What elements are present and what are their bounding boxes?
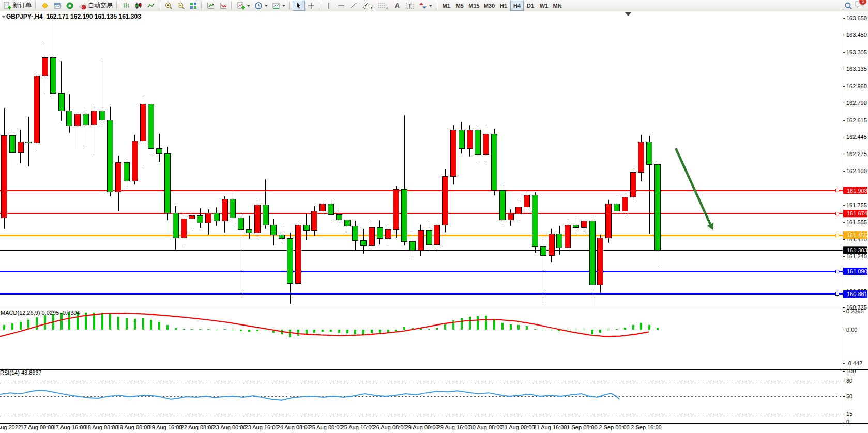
- period-selector-button[interactable]: [252, 1, 270, 11]
- price-tick-label: 162.275: [846, 151, 867, 157]
- macd-histogram-bar: [265, 330, 267, 330]
- time-axis-label: 22 Aug 08:00: [181, 424, 215, 430]
- auto-trading-button[interactable]: 自动交易: [76, 1, 115, 11]
- candle-body: [254, 205, 260, 233]
- support-line-1-handle[interactable]: [835, 270, 839, 273]
- navigator-button[interactable]: [64, 1, 76, 11]
- data-window-button[interactable]: [51, 1, 64, 11]
- candle-body: [124, 163, 130, 181]
- candle-body: [614, 204, 620, 211]
- fibonacci-tool-label: F: [386, 6, 389, 10]
- timeframe-button-M1[interactable]: M1: [439, 1, 453, 11]
- chart-profile-button[interactable]: [270, 1, 287, 11]
- macd-histogram-bar: [183, 329, 185, 330]
- time-axis-label: 26 Aug 08:00: [373, 424, 407, 430]
- price-tick-label: 163.650: [846, 15, 867, 21]
- candle-body: [524, 195, 530, 207]
- market-watch-button[interactable]: [39, 1, 51, 11]
- macd-histogram-bar: [395, 330, 397, 331]
- pivot-line-handle[interactable]: [835, 234, 839, 237]
- timeframe-button-MN[interactable]: MN: [551, 1, 564, 11]
- macd-histogram-bar: [616, 329, 618, 330]
- notifications-button[interactable]: 1: [855, 0, 864, 11]
- time-axis-label: 23 Aug 00:00: [213, 424, 247, 430]
- price-tick-label: 163.135: [846, 66, 867, 72]
- chart-title: GBPJPY-,H4 162.171 162.190 161.135 161.3…: [6, 13, 141, 20]
- candle-body: [443, 176, 448, 225]
- candle-body: [492, 134, 497, 190]
- rsi-tick-label: 80: [846, 378, 852, 384]
- periods-icon: [219, 2, 227, 10]
- macd-histogram-bar: [199, 329, 201, 330]
- time-axis-label: 23 Aug 16:00: [245, 424, 279, 430]
- timeframe-button-H1[interactable]: H1: [497, 1, 510, 11]
- bar-chart-button[interactable]: [120, 1, 132, 11]
- line-chart-button[interactable]: [145, 1, 157, 11]
- macd-histogram-bar: [567, 330, 569, 330]
- macd-histogram-bar: [534, 329, 536, 330]
- time-axis-label: 29 Aug 00:00: [405, 424, 439, 430]
- notification-badge: 1: [859, 0, 867, 5]
- candle-body: [377, 228, 383, 239]
- dropdown-arrow-icon: [429, 5, 432, 7]
- timeframe-button-M5[interactable]: M5: [453, 1, 466, 11]
- candle-body: [2, 136, 7, 218]
- zoom-in-button[interactable]: [162, 1, 175, 11]
- text-tool-button[interactable]: A: [391, 1, 403, 11]
- candle-body: [99, 111, 105, 120]
- macd-histogram-bar: [20, 322, 22, 330]
- macd-histogram-bar: [191, 329, 193, 330]
- fibonacci-tool-button[interactable]: F: [375, 1, 391, 11]
- macd-histogram-bar: [346, 330, 348, 333]
- new-order-button[interactable]: 新订单: [1, 1, 34, 11]
- timeframe-button-D1[interactable]: D1: [524, 1, 537, 11]
- vertical-line-tool-button[interactable]: [323, 1, 335, 11]
- vertical-line-icon: [325, 2, 333, 10]
- toolbar-separator: [159, 2, 161, 10]
- candle-body: [598, 238, 603, 285]
- candle-body: [565, 225, 571, 248]
- candle-body: [58, 94, 64, 111]
- candle-body: [157, 149, 162, 154]
- timeframe-button-W1[interactable]: W1: [537, 1, 551, 11]
- text-label-tool-button[interactable]: T: [403, 1, 417, 11]
- auto-trading-label: 自动交易: [88, 1, 113, 10]
- macd-histogram-bar: [657, 328, 659, 330]
- indicators-button[interactable]: [205, 1, 217, 11]
- timeframe-button-M30[interactable]: M30: [482, 1, 497, 11]
- time-axis-label: 30 Aug 08:00: [469, 424, 503, 430]
- shapes-tool-button[interactable]: [417, 1, 434, 11]
- candle-body: [247, 230, 252, 233]
- search-button[interactable]: [842, 1, 855, 11]
- timeframe-button-M15[interactable]: M15: [466, 1, 481, 11]
- resistance-line-1-handle[interactable]: [835, 189, 839, 192]
- timeframe-button-H4[interactable]: H4: [510, 1, 524, 11]
- channel-tool-button[interactable]: E: [360, 1, 375, 11]
- cursor-tool-button[interactable]: [293, 1, 305, 11]
- chart-canvas[interactable]: 163.650163.480163.305163.135162.960162.7…: [0, 0, 868, 433]
- macd-histogram-bar: [485, 316, 487, 330]
- support-line-2-handle[interactable]: [835, 292, 839, 296]
- periods-button[interactable]: [217, 1, 230, 11]
- new-chart-button[interactable]: [235, 1, 252, 11]
- resistance-line-2-handle[interactable]: [835, 212, 839, 215]
- dropdown-arrow-icon: [282, 5, 285, 7]
- toolbar-separator: [231, 2, 233, 10]
- crosshair-tool-button[interactable]: [305, 1, 317, 11]
- candlestick-chart-button[interactable]: [132, 1, 145, 11]
- candle-body: [263, 205, 268, 225]
- candle-body: [271, 225, 277, 235]
- trendline-tool-button[interactable]: [347, 1, 360, 11]
- toolbar-separator: [201, 2, 203, 10]
- macd-histogram-bar: [648, 325, 650, 330]
- macd-histogram-bar: [150, 320, 152, 330]
- candle-body: [222, 199, 227, 221]
- dropdown-arrow-icon: [247, 5, 250, 7]
- horizontal-line-tool-button[interactable]: [335, 1, 347, 11]
- tile-windows-button[interactable]: [187, 1, 200, 11]
- macd-tick-label: -0.442: [846, 360, 862, 366]
- macd-histogram-bar: [469, 317, 471, 330]
- zoom-out-button[interactable]: [175, 1, 187, 11]
- resistance-line-1-price-text: 161.908: [847, 188, 867, 194]
- candle-body: [214, 213, 219, 221]
